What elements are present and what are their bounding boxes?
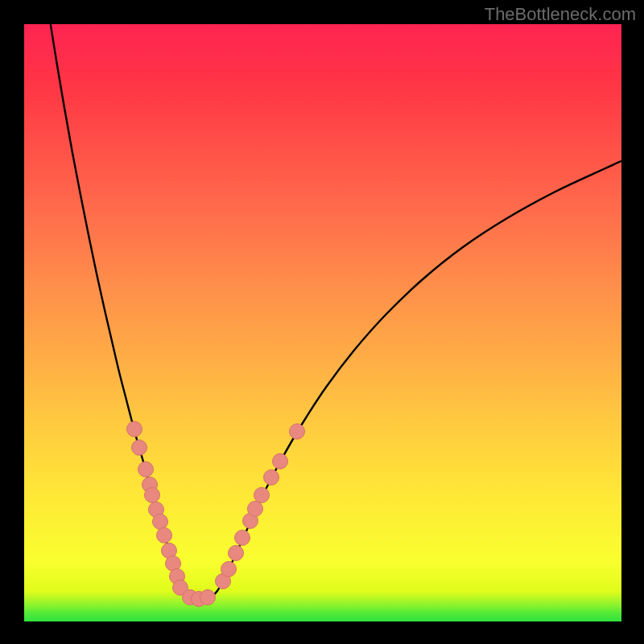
data-point-marker (127, 422, 142, 437)
data-point-marker (248, 502, 263, 517)
chart-svg (24, 24, 621, 621)
data-point-marker (229, 546, 244, 561)
data-point-marker (221, 562, 237, 577)
data-point-marker (138, 462, 154, 477)
bottleneck-curve (50, 20, 621, 600)
plot-area (24, 24, 621, 621)
watermark-text: TheBottleneck.com (485, 4, 636, 25)
data-point-marker (200, 590, 216, 605)
data-point-marker (254, 488, 270, 503)
chart-frame: TheBottleneck.com (0, 0, 644, 644)
data-point-marker (264, 470, 279, 485)
data-point-marker (235, 530, 250, 546)
data-point-marker (132, 440, 147, 456)
data-point-marker (290, 424, 305, 440)
data-point-marker (273, 454, 288, 469)
marker-group (127, 422, 305, 607)
data-point-marker (157, 528, 172, 543)
data-point-marker (145, 488, 160, 503)
data-point-marker (153, 514, 168, 530)
